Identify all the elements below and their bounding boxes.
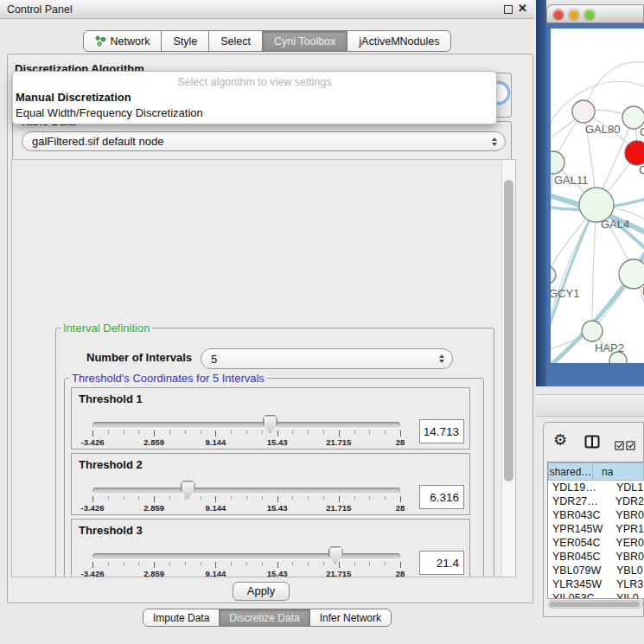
tab-jactivemnodules[interactable]: jActiveMNodules <box>347 30 451 52</box>
columns-layout-icon[interactable] <box>584 435 600 452</box>
apply-button[interactable]: Apply <box>233 582 290 601</box>
tick-label: 15.43 <box>267 569 288 577</box>
panel-title: Control Panel <box>7 3 73 16</box>
node-label: C <box>639 163 644 176</box>
node-label: HAP2 <box>595 341 624 354</box>
cell-name: YLR3 <box>614 578 643 590</box>
cell-shared-name: YPR145W <box>548 523 613 535</box>
algorithm-dropdown-popup: Select algorithm to view settings Manual… <box>12 71 497 124</box>
control-panel-titlebar: Control Panel ✕ <box>0 0 534 19</box>
threshold-label: Threshold 3 <box>79 524 143 537</box>
cell-shared-name: YER054C <box>548 537 613 549</box>
tab-network[interactable]: Network <box>83 30 163 52</box>
table-row[interactable]: YLR345WYLR3 <box>548 577 644 591</box>
slider-ticks <box>92 430 400 437</box>
tick-label: -3.426 <box>81 503 105 513</box>
float-window-icon[interactable] <box>504 5 513 14</box>
tab-impute-data[interactable]: Impute Data <box>143 609 220 627</box>
threshold-panel-1: Threshold 1-3.4262.8599.14415.4321.71528… <box>71 387 470 450</box>
checkbox-select-icon[interactable] <box>615 438 624 454</box>
node-label: GCY1 <box>551 287 579 300</box>
threshold-value-field[interactable]: 21.4 <box>419 551 464 575</box>
threshold-label: Threshold 2 <box>79 458 143 471</box>
tab-label: Impute Data <box>153 612 209 624</box>
network-view-canvas[interactable]: GAL80GALCGAL11GAL4GCY1HHAP2 <box>551 29 644 363</box>
network-icon <box>95 35 106 47</box>
close-icon[interactable]: ✕ <box>518 2 527 15</box>
slider-ticks <box>92 562 400 569</box>
cell-shared-name: YDR27… <box>548 495 613 507</box>
cell-shared-name: YDL19… <box>548 481 614 494</box>
thresholds-group-title: Threshold's Coordinates for 5 Intervals <box>69 372 267 385</box>
table-row[interactable]: YBR043CYBR0 <box>548 508 644 522</box>
tick-label: 15.43 <box>267 437 288 447</box>
network-node-gal80-neighbor[interactable] <box>572 100 595 123</box>
table-row[interactable]: YDR27…YDR2 <box>548 494 644 508</box>
tick-label: -3.426 <box>81 437 105 447</box>
popup-prompt: Select algorithm to view settings <box>13 74 496 90</box>
slider-track[interactable] <box>92 553 400 559</box>
table-row[interactable]: YIL053CYIL0 <box>548 591 644 599</box>
cell-shared-name: YBR045C <box>548 551 613 563</box>
popup-option[interactable]: Equal Width/Frequency Discretization <box>13 105 496 121</box>
interval-definition-title: Interval Definition <box>61 322 152 335</box>
table-horizontal-scrollbar-thumb[interactable] <box>550 602 640 607</box>
tab-label: Cyni Toolbox <box>274 35 335 48</box>
tab-label: Style <box>173 35 197 48</box>
network-node-hap2[interactable] <box>582 321 603 341</box>
table-data-combobox[interactable]: galFiltered.sif default node <box>22 131 506 151</box>
tick-label: 15.43 <box>267 503 288 513</box>
tab-label: jActiveMNodules <box>359 35 439 48</box>
combo-stepper-icon <box>439 354 444 363</box>
cell-shared-name: YLR345W <box>548 578 614 590</box>
tab-infer-network[interactable]: Infer Network <box>309 609 392 627</box>
network-node-gcy1[interactable] <box>551 266 556 284</box>
threshold-value-field[interactable]: 14.713 <box>419 419 464 443</box>
table-data-value: galFiltered.sif default node <box>32 135 163 148</box>
threshold-panel-2: Threshold 2-3.4262.8599.14415.4321.71528… <box>71 453 470 515</box>
number-of-intervals-combobox[interactable]: 5 <box>201 348 453 369</box>
number-of-intervals-label: Number of Intervals <box>86 351 192 364</box>
gear-icon[interactable]: ⚙ <box>553 432 567 448</box>
threshold-value-field[interactable]: 6.316 <box>419 485 464 509</box>
minimize-traffic-light-icon[interactable] <box>569 10 579 20</box>
bottom-tab-bar: Impute DataDiscretize DataInfer Network <box>0 609 534 627</box>
algorithm-popup-options: Manual DiscretizationEqual Width/Frequen… <box>13 90 496 121</box>
network-node-red-node[interactable] <box>625 141 644 165</box>
cell-name: YDR2 <box>613 495 644 507</box>
tick-label: 28 <box>396 503 405 513</box>
node-label: GAL11 <box>554 174 589 187</box>
tab-discretize-data[interactable]: Discretize Data <box>219 609 309 627</box>
node-label: GAL4 <box>601 218 629 231</box>
table-rows: YDL19…YDL1YDR27…YDR2YBR043CYBR0YPR145WYP… <box>548 481 644 599</box>
tick-label: 2.859 <box>143 503 164 513</box>
tick-label: 21.715 <box>326 437 351 447</box>
tab-style[interactable]: Style <box>161 30 209 52</box>
table-row[interactable]: YPR145WYPR1 <box>548 522 644 536</box>
network-node-h-node[interactable] <box>619 259 644 289</box>
column-header-name[interactable]: na <box>592 462 644 481</box>
zoom-traffic-light-icon[interactable] <box>584 10 595 20</box>
table-row[interactable]: YER054CYER0 <box>548 536 644 550</box>
network-node-gal4[interactable] <box>579 188 614 222</box>
tab-select[interactable]: Select <box>208 30 263 52</box>
table-row[interactable]: YBR045CYBR0 <box>548 550 644 564</box>
table-row[interactable]: YBL079WYBL0 <box>548 564 644 577</box>
tab-label: Discretize Data <box>229 612 299 624</box>
tick-label: 2.859 <box>143 569 164 577</box>
network-window-left-edge <box>536 0 546 386</box>
table-header-row: shared… na <box>548 462 644 481</box>
slider-track[interactable] <box>92 422 400 428</box>
close-traffic-light-icon[interactable] <box>553 10 564 20</box>
threshold-panel-3: Threshold 3-3.4262.8599.14415.4321.71528… <box>71 519 470 577</box>
tick-label: 2.859 <box>143 437 164 447</box>
tab-cyni-toolbox[interactable]: Cyni Toolbox <box>262 30 348 52</box>
popup-option[interactable]: Manual Discretization <box>13 90 496 105</box>
combo-stepper-icon <box>492 137 497 146</box>
column-header-shared-name[interactable]: shared… <box>548 462 593 481</box>
slider-track[interactable] <box>92 488 400 494</box>
table-row[interactable]: YDL19…YDL1 <box>548 481 644 494</box>
vertical-scrollbar-thumb[interactable] <box>504 180 513 481</box>
checkbox-select-icon[interactable] <box>626 438 635 454</box>
slider-ticks <box>92 496 400 503</box>
